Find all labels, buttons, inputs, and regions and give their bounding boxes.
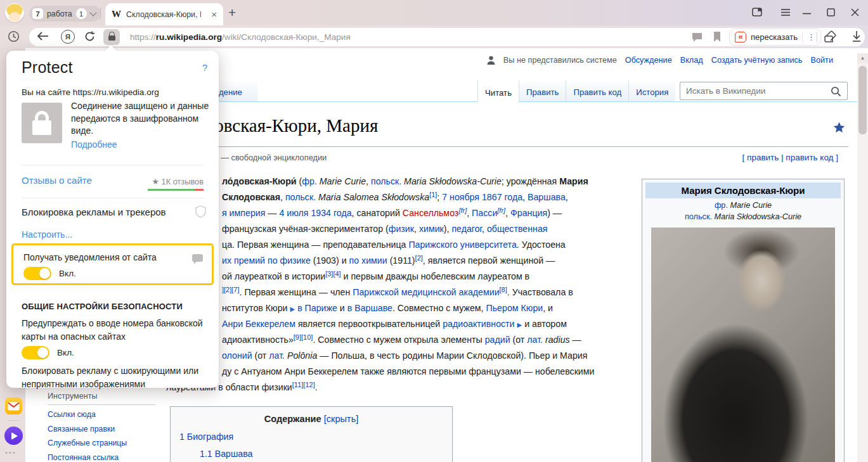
active-browser-tab[interactable]: W Склодовская-Кюри, Ма × — [105, 3, 223, 25]
new-tab-button[interactable]: + — [228, 5, 236, 20]
tab-edit[interactable]: Править — [519, 80, 566, 101]
wiki-link[interactable]: польск. — [285, 192, 316, 202]
wiki-link[interactable]: фр. — [302, 176, 317, 186]
not-logged-label: Вы не представились системе — [503, 56, 617, 65]
tool-link-whatlinkshere[interactable]: Ссылки сюда — [48, 410, 155, 419]
pl-lang-link[interactable]: польск. — [685, 212, 712, 221]
chevron-down-icon[interactable] — [89, 9, 96, 16]
wiki-link[interactable]: их премий по физике — [222, 255, 311, 266]
help-link[interactable]: ? — [202, 62, 207, 73]
wiki-link[interactable]: 1934 года — [311, 208, 351, 218]
wiki-link[interactable]: 1867 года — [482, 192, 522, 202]
reviews-count[interactable]: ★ 1К отзывов — [152, 177, 204, 186]
scrollbar-up-arrow[interactable]: ▲ — [857, 53, 868, 63]
configure-link[interactable]: Настроить... — [22, 229, 72, 240]
tool-link-relatedchanges[interactable]: Связанные правки — [48, 425, 155, 433]
wiki-link[interactable]: Франция — [510, 208, 547, 218]
tool-link-permalink[interactable]: Постоянная ссылка — [48, 453, 155, 462]
minimize-button[interactable] — [803, 13, 811, 15]
wiki-link[interactable]: [11][12] — [292, 381, 315, 388]
wiki-link[interactable]: 7 ноября — [442, 192, 479, 202]
section-edit-links[interactable]: [ править | править код ] — [742, 153, 838, 162]
scrollbar[interactable]: ▲ — [857, 53, 868, 462]
toggle-state-label: Вкл. — [57, 348, 74, 357]
alice-assistant-icon[interactable] — [4, 427, 23, 445]
portrait-photo[interactable] — [651, 228, 835, 462]
menu-icon[interactable] — [781, 8, 791, 16]
site-reviews-link[interactable]: Отзывы о сайте — [22, 175, 92, 186]
wiki-link[interactable]: по химии — [349, 255, 387, 266]
wiki-link[interactable]: ][2][7] — [222, 286, 240, 293]
bookmark-icon[interactable] — [713, 31, 722, 42]
notifications-toggle[interactable] — [23, 267, 51, 280]
tab-group-pill[interactable]: 7 работа 1 — [29, 6, 101, 22]
side-panel-icon[interactable] — [751, 6, 763, 18]
watch-star-icon[interactable] — [833, 122, 845, 133]
sidebar-more-icon[interactable]: ••• — [5, 449, 16, 456]
article-text: ), — [444, 224, 452, 234]
wiki-link[interactable]: [9][10] — [294, 333, 313, 341]
fr-lang-link[interactable]: фр. — [715, 201, 728, 210]
maximize-button[interactable] — [827, 8, 835, 16]
wiki-link[interactable]: Санселльмоз — [403, 208, 459, 218]
reload-icon[interactable] — [84, 30, 96, 42]
wiki-link[interactable]: 4 июля — [279, 208, 308, 218]
tab-read[interactable]: Читать — [477, 80, 519, 102]
wiki-link[interactable]: [fr] — [497, 207, 505, 214]
download-icon[interactable] — [852, 30, 862, 42]
wiki-link[interactable]: Анри Беккерелем — [222, 319, 295, 329]
wiki-link[interactable]: в Париже — [297, 303, 337, 313]
tab-edit-source[interactable]: Править код — [566, 80, 628, 101]
yandex-home-icon[interactable]: Я — [61, 30, 75, 44]
lock-icon[interactable] — [103, 29, 120, 45]
back-arrow-icon[interactable] — [37, 31, 49, 41]
wiki-link[interactable]: Парижской медицинской академии — [353, 287, 499, 297]
wiki-link[interactable]: я империя — [222, 208, 265, 218]
scrollbar-thumb[interactable] — [858, 66, 867, 134]
profile-avatar[interactable] — [5, 3, 24, 22]
url-text[interactable]: https://ru.wikipedia.org/wiki/Склодовска… — [130, 32, 351, 42]
personal-link-createaccount[interactable]: Создать учётную запись — [711, 56, 803, 65]
wiki-link[interactable]: педагог — [451, 224, 482, 234]
wiki-link[interactable]: радиоактивности — [443, 319, 514, 329]
wiki-link[interactable]: польск. — [371, 176, 401, 186]
wiki-link[interactable]: Парижского университета — [408, 240, 516, 250]
toc-hide-link[interactable]: [скрыть] — [324, 414, 359, 424]
wiki-link[interactable]: олоний — [222, 350, 252, 361]
toc-item-warsaw[interactable]: 1.1 Варшава — [200, 449, 452, 459]
comment-icon[interactable] — [691, 32, 703, 42]
wiki-link[interactable]: химик — [419, 224, 444, 234]
wiki-link[interactable]: [1] — [429, 191, 437, 198]
toc-item-biography[interactable]: 1 Биография — [179, 432, 452, 442]
wiki-link[interactable]: радий — [485, 335, 510, 345]
retell-more-icon[interactable]: ⋮ — [807, 32, 815, 42]
wiki-link[interactable]: в Варшаве — [347, 303, 392, 313]
card-warning-toggle[interactable] — [22, 346, 49, 359]
collections-icon[interactable] — [824, 30, 838, 43]
wiki-link[interactable]: Варшава — [528, 192, 566, 202]
article-text: , является первой женщиной — — [423, 255, 555, 266]
details-link[interactable]: Подробнее — [71, 139, 117, 150]
wiki-link[interactable]: [3][4] — [325, 270, 340, 278]
wiki-link[interactable]: [fr] — [458, 207, 467, 214]
wiki-link[interactable]: Пасси — [472, 208, 497, 218]
wiki-link[interactable]: лат. — [269, 350, 285, 361]
wiki-link[interactable]: физик — [389, 224, 414, 234]
tab-history[interactable]: История — [628, 80, 675, 101]
wiki-link[interactable]: лат. — [527, 335, 543, 345]
wiki-link[interactable]: [8] — [500, 286, 507, 293]
wiki-link[interactable]: Пьером Кюри — [486, 303, 543, 313]
personal-link-talk[interactable]: Обсуждение — [625, 56, 672, 65]
wiki-link[interactable]: общественная — [487, 224, 548, 234]
tool-link-specialpages[interactable]: Служебные страницы — [48, 439, 155, 447]
wiki-link[interactable]: [2] — [415, 254, 423, 262]
search-icon[interactable] — [831, 86, 841, 97]
personal-link-login[interactable]: Войти — [810, 56, 833, 65]
history-clock-icon[interactable] — [8, 30, 20, 42]
retell-button[interactable]: « пересказать ⋮ — [729, 29, 821, 46]
personal-link-contribs[interactable]: Вклад — [680, 56, 703, 65]
tab-close-icon[interactable]: × — [211, 10, 217, 19]
mail-icon[interactable] — [5, 397, 22, 414]
search-input[interactable] — [680, 82, 848, 100]
close-window-button[interactable] — [851, 8, 859, 16]
